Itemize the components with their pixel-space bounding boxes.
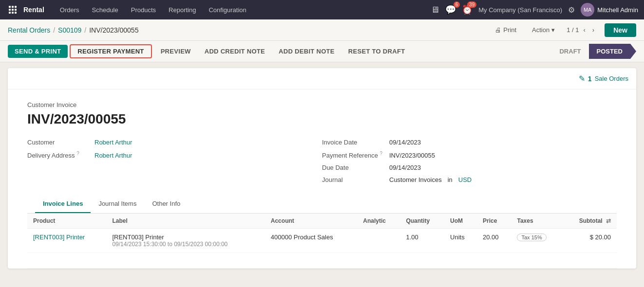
- prev-record-button[interactable]: ‹: [581, 25, 588, 35]
- due-date-label: Due Date: [322, 164, 385, 171]
- col-analytic: Analytic: [357, 214, 400, 229]
- svg-rect-0: [9, 6, 11, 8]
- svg-rect-2: [15, 6, 17, 8]
- svg-rect-3: [9, 9, 11, 11]
- cell-taxes: Tax 15%: [511, 229, 562, 253]
- menu-schedule[interactable]: Schedule: [86, 3, 124, 17]
- topnav-right: 🖥 💬 6 ⏰ 39 My Company (San Francisco) ⚙ …: [431, 3, 638, 17]
- cell-subtotal: $ 20.00: [562, 229, 617, 253]
- cell-label: [RENT003] Printer 09/14/2023 15:30:00 to…: [106, 229, 265, 253]
- breadcrumb-sep-2: /: [84, 26, 86, 34]
- invoice-card-header: ✎ 1 Sale Orders: [8, 68, 636, 90]
- add-credit-note-button[interactable]: ADD CREDIT NOTE: [198, 45, 272, 58]
- journal-currency: USD: [458, 176, 472, 183]
- preview-button[interactable]: PREVIEW: [154, 45, 198, 58]
- menu-orders[interactable]: Orders: [54, 3, 85, 17]
- status-posted[interactable]: POSTED: [589, 44, 636, 59]
- label-line2: 09/14/2023 15:30:00 to 09/15/2023 00:00:…: [112, 241, 259, 248]
- breadcrumb-rental-orders[interactable]: Rental Orders: [8, 26, 50, 34]
- action-label: Action: [532, 26, 549, 34]
- breadcrumb-s00109[interactable]: S00109: [58, 26, 81, 34]
- invoice-card: ✎ 1 Sale Orders Customer Invoice INV/202…: [8, 68, 636, 269]
- payment-ref-label: Payment Reference ?: [322, 151, 385, 159]
- due-date-field-row: Due Date 09/14/2023: [322, 164, 617, 171]
- sale-orders-link[interactable]: ✎ 1 Sale Orders: [579, 74, 628, 83]
- table-header-row: Product Label Account Analytic Quantity …: [27, 214, 617, 229]
- print-button[interactable]: 🖨 Print: [491, 24, 520, 36]
- activity-icon[interactable]: 🖥: [431, 5, 439, 15]
- print-label: Print: [503, 26, 516, 34]
- col-price: Price: [477, 214, 511, 229]
- tax-badge: Tax 15%: [517, 233, 546, 241]
- user-name: Mitchell Admin: [597, 6, 638, 14]
- tab-journal-items[interactable]: Journal Items: [91, 195, 144, 213]
- col-account: Account: [265, 214, 358, 229]
- status-draft[interactable]: DRAFT: [551, 45, 588, 58]
- menu-configuration[interactable]: Configuration: [203, 3, 252, 17]
- column-adjust-icon[interactable]: ⇄: [606, 217, 611, 224]
- edit-icon: ✎: [579, 74, 585, 83]
- journal-label: Journal: [322, 176, 385, 183]
- clock-icon[interactable]: ⏰ 39: [462, 4, 473, 15]
- reset-to-draft-button[interactable]: RESET TO DRAFT: [341, 45, 412, 58]
- svg-rect-6: [9, 12, 11, 14]
- settings-icon[interactable]: ⚙: [568, 5, 575, 15]
- delivery-label: Delivery Address ?: [27, 151, 91, 159]
- cell-product: [RENT003] Printer: [27, 229, 106, 253]
- due-date-value: 09/14/2023: [389, 164, 421, 171]
- delivery-field-row: Delivery Address ? Robert Arthur: [27, 151, 322, 159]
- journal-value: Customer Invoices: [389, 176, 442, 183]
- journal-field-row: Journal Customer Invoices in USD: [322, 176, 617, 183]
- cell-analytic: [357, 229, 400, 253]
- send-print-button[interactable]: SEND & PRINT: [8, 45, 68, 58]
- svg-rect-5: [15, 9, 17, 11]
- grid-icon[interactable]: [6, 3, 19, 17]
- chevron-down-icon: ▾: [551, 26, 555, 34]
- user-menu[interactable]: MA Mitchell Admin: [581, 3, 638, 17]
- record-navigation: 1 / 1 ‹ ›: [567, 25, 597, 35]
- breadcrumb-sep-1: /: [53, 26, 55, 34]
- user-avatar: MA: [581, 3, 594, 17]
- add-debit-note-button[interactable]: ADD DEBIT NOTE: [272, 45, 341, 58]
- printer-icon: 🖨: [495, 26, 501, 34]
- tab-invoice-lines[interactable]: Invoice Lines: [35, 195, 91, 213]
- payment-ref-help: ?: [380, 151, 383, 156]
- journal-currency-prefix: in: [448, 176, 453, 183]
- main-content: ✎ 1 Sale Orders Customer Invoice INV/202…: [0, 62, 644, 286]
- breadcrumb: Rental Orders / S00109 / INV/2023/00055: [8, 26, 138, 34]
- action-button[interactable]: Action ▾: [528, 24, 559, 36]
- product-link[interactable]: [RENT003] Printer: [33, 233, 85, 241]
- menu-products[interactable]: Products: [125, 3, 162, 17]
- cell-price: 20.00: [477, 229, 511, 253]
- status-bar: DRAFT POSTED: [551, 44, 636, 59]
- chat-icon[interactable]: 💬 6: [445, 4, 456, 15]
- next-record-button[interactable]: ›: [590, 25, 597, 35]
- svg-rect-7: [12, 12, 14, 14]
- delivery-value[interactable]: Robert Arthur: [95, 152, 132, 159]
- invoice-fields-left: Customer Robert Arthur Delivery Address …: [27, 139, 322, 183]
- customer-field-row: Customer Robert Arthur: [27, 139, 322, 146]
- col-quantity: Quantity: [400, 214, 444, 229]
- app-name: Rental: [23, 6, 44, 14]
- cell-uom: Units: [444, 229, 477, 253]
- invoice-type-label: Customer Invoice: [27, 101, 617, 108]
- svg-rect-1: [12, 6, 14, 8]
- register-payment-button[interactable]: REGISTER PAYMENT: [70, 44, 152, 58]
- cell-quantity: 1.00: [400, 229, 444, 253]
- svg-rect-8: [15, 12, 17, 14]
- invoice-date-label: Invoice Date: [322, 139, 385, 146]
- tab-other-info[interactable]: Other Info: [144, 195, 188, 213]
- top-navigation: Rental Orders Schedule Products Reportin…: [0, 0, 644, 19]
- action-bar: SEND & PRINT REGISTER PAYMENT PREVIEW AD…: [0, 41, 644, 62]
- breadcrumb-right: 🖨 Print Action ▾ 1 / 1 ‹ › New: [491, 23, 636, 37]
- chat-badge: 6: [454, 1, 460, 8]
- customer-value[interactable]: Robert Arthur: [95, 139, 132, 146]
- invoice-fields-right: Invoice Date 09/14/2023 Payment Referenc…: [322, 139, 617, 183]
- payment-ref-value: INV/2023/00055: [389, 152, 435, 159]
- col-product: Product: [27, 214, 106, 229]
- payment-ref-field-row: Payment Reference ? INV/2023/00055: [322, 151, 617, 159]
- new-button[interactable]: New: [605, 23, 636, 37]
- col-taxes: Taxes: [511, 214, 562, 229]
- menu-reporting[interactable]: Reporting: [163, 3, 202, 17]
- cell-account: 400000 Product Sales: [265, 229, 358, 253]
